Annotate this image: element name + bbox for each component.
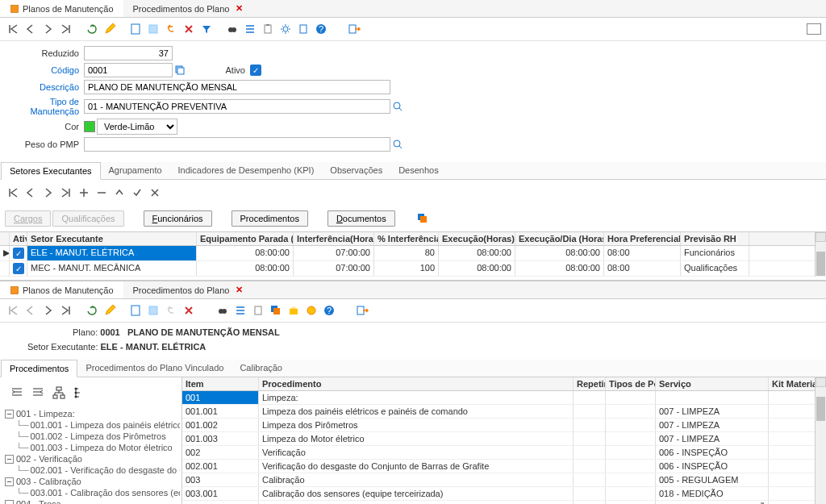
secondary-tab-proc[interactable]: Procedimentos do Plano ✕ [123, 281, 253, 298]
col-item-header[interactable]: Item [182, 377, 259, 390]
edit-icon[interactable] [102, 21, 118, 37]
close-icon[interactable]: ✕ [236, 285, 243, 295]
next-icon[interactable] [40, 185, 56, 201]
descricao-field[interactable] [84, 80, 390, 94]
maximize-icon[interactable] [807, 23, 821, 35]
hierarchy-icon[interactable] [52, 385, 66, 400]
search-icon[interactable] [392, 101, 403, 112]
cancel-icon[interactable] [147, 185, 163, 201]
gear-icon[interactable] [277, 21, 294, 37]
reduzido-field[interactable] [84, 46, 173, 60]
refresh-icon[interactable] [84, 302, 100, 319]
col-rep-header[interactable]: Repetir [574, 377, 606, 390]
edit-icon[interactable] [102, 302, 118, 319]
row-checkbox[interactable]: ✓ [13, 263, 24, 274]
binoculars-icon[interactable] [215, 302, 231, 319]
next-icon[interactable] [40, 302, 56, 319]
proc-row[interactable]: 001.003Limpeza do Motor életrico007 - LI… [182, 432, 826, 446]
col-ativo-header[interactable]: Ativo [10, 232, 27, 245]
last-icon[interactable] [58, 185, 74, 201]
refresh-icon[interactable] [84, 21, 100, 37]
exit-icon[interactable] [355, 302, 371, 319]
tree-node[interactable]: −003 - Calibração [2, 476, 180, 487]
row-checkbox[interactable]: ✓ [13, 248, 24, 259]
copy-icon[interactable] [174, 65, 186, 76]
col-hora-header[interactable]: Hora Preferencial [604, 232, 681, 245]
first-icon[interactable] [5, 21, 21, 37]
tree-node[interactable]: └─003.001 - Calibração dos sensores (equ… [2, 487, 180, 498]
sub-tab-2[interactable]: Indicadores de Desempenho (KPI) [170, 162, 323, 179]
sub-tab-3[interactable]: Observações [322, 162, 390, 179]
copy-button-icon[interactable] [415, 210, 431, 227]
clipboard-icon[interactable] [250, 302, 266, 319]
tree-node[interactable]: └─001.002 - Limpeza dos Pirômetros [2, 431, 180, 442]
delete-icon[interactable] [181, 302, 197, 319]
proc-sub-tab-0[interactable]: Procedimentos [1, 360, 77, 377]
peso-pmp-field[interactable] [84, 137, 390, 152]
prev-icon[interactable] [23, 21, 39, 37]
indent-right-icon[interactable] [31, 385, 45, 400]
tree-node[interactable]: └─001.001 - Limpeza dos painéis elétrico… [2, 419, 180, 431]
search-icon[interactable] [392, 139, 403, 150]
prev-icon[interactable] [23, 302, 39, 319]
col-eq-header[interactable]: Equipamento Parada (Hora [197, 232, 294, 245]
col-execdia-header[interactable]: Execução/Dia (Horas) [515, 232, 604, 245]
proc-row[interactable]: 001.001Limpeza dos painéis elétricos e p… [182, 405, 826, 419]
first-icon[interactable] [5, 302, 21, 319]
close-icon[interactable]: ✕ [236, 3, 243, 14]
funcionarios-button[interactable]: Funcionários [144, 210, 212, 227]
prev-icon[interactable] [23, 185, 39, 201]
tree-node[interactable]: −004 - Troca [2, 498, 180, 504]
col-exec-header[interactable]: Execução(Horas) [439, 232, 515, 245]
remove-icon[interactable] [94, 185, 110, 201]
vertical-scrollbar[interactable] [815, 377, 826, 504]
proc-row[interactable]: 001.002Limpeza dos Pirômetros007 - LIMPE… [182, 419, 826, 432]
attach-icon[interactable] [295, 21, 311, 37]
col-pct-header[interactable]: % Interferência [374, 232, 439, 245]
sub-tab-4[interactable]: Desenhos [390, 162, 447, 179]
list-icon[interactable] [242, 21, 258, 37]
filter-icon[interactable] [198, 21, 215, 37]
list-icon[interactable] [232, 302, 248, 319]
vertical-scrollbar[interactable] [815, 232, 826, 277]
tree-node[interactable]: −001 - Limpeza: [2, 408, 180, 419]
tab-procedimentos-plano[interactable]: Procedimentos do Plano ✕ [123, 0, 253, 17]
proc-row[interactable]: 002Verificação006 - INSPEÇÃO [182, 446, 826, 460]
codigo-field[interactable] [84, 63, 173, 77]
col-prev-header[interactable]: Previsão RH [681, 232, 749, 245]
exit-icon[interactable] [347, 21, 363, 37]
save-icon[interactable] [145, 302, 161, 319]
binoculars-icon[interactable] [224, 21, 240, 37]
first-icon[interactable] [5, 185, 21, 201]
chart-icon[interactable] [73, 385, 87, 400]
proc-row[interactable]: 002.001Verificação do desgaste do Conjun… [182, 460, 826, 473]
box-icon[interactable] [286, 302, 302, 319]
indent-left-icon[interactable] [10, 385, 24, 400]
col-setor-header[interactable]: Setor Executante [27, 232, 197, 245]
col-serv-header[interactable]: Serviço [656, 377, 769, 390]
proc-row[interactable]: 001Limpeza: [182, 391, 826, 405]
sub-tab-0[interactable]: Setores Executantes [1, 162, 101, 180]
table-row[interactable]: ▶✓ELE - MANUT. ELÉTRICA08:00:0007:00:008… [0, 246, 826, 261]
qualificacoes-button[interactable]: Qualificações [52, 210, 123, 227]
help-icon[interactable]: ? [313, 21, 329, 37]
tree-node[interactable]: └─001.003 - Limpeza do Motor életrico [2, 442, 180, 453]
globe-icon[interactable] [303, 302, 319, 319]
tree-node[interactable]: −002 - Verificação [2, 453, 180, 464]
documentos-button[interactable]: Documentos [327, 210, 395, 227]
last-icon[interactable] [58, 21, 74, 37]
proc-sub-tab-2[interactable]: Calibração [232, 360, 290, 377]
proc-row[interactable]: 003Calibração005 - REGULAGEM [182, 473, 826, 487]
col-tipo-header[interactable]: Tipos de Po [606, 377, 656, 390]
tree-node[interactable]: └─002.001 - Verificação do desgaste do C… [2, 464, 180, 476]
secondary-tab-planos[interactable]: Planos de Manutenção [0, 281, 123, 298]
ativo-checkbox[interactable]: ✓ [250, 65, 261, 76]
check-icon[interactable] [129, 185, 145, 201]
col-proc-header[interactable]: Procedimento [259, 377, 574, 390]
save-icon[interactable] [145, 21, 161, 37]
delete-icon[interactable] [181, 21, 197, 37]
add-icon[interactable] [76, 185, 92, 201]
cargos-button[interactable]: Cargos [5, 210, 51, 227]
up-icon[interactable] [111, 185, 127, 201]
proc-row[interactable]: 004Troca001 - TROCA / REPOSIÇÃO [182, 501, 826, 504]
